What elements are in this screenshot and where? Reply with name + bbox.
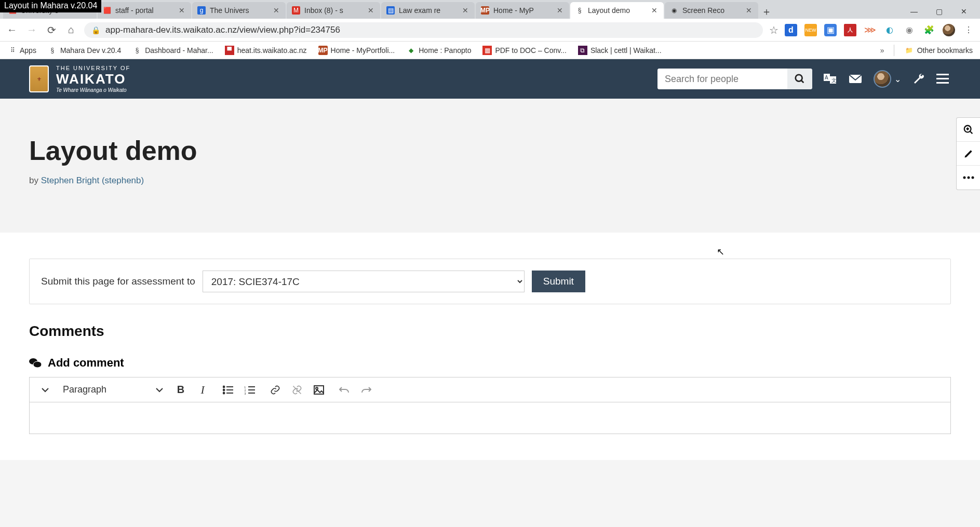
close-icon[interactable]: ✕ — [461, 6, 469, 15]
submit-button[interactable]: Submit — [532, 271, 585, 292]
forward-button[interactable]: → — [25, 23, 38, 37]
editor-content[interactable] — [30, 402, 950, 434]
author-link[interactable]: Stephen Bright (stephenb) — [41, 175, 144, 185]
maximize-button[interactable]: ▢ — [930, 4, 948, 19]
bookmark-item[interactable]: ⧉ Slack | cettl | Waikat... — [574, 44, 666, 57]
favicon-icon: g — [197, 6, 206, 15]
record-icon: ◉ — [670, 6, 678, 15]
assessment-select[interactable]: 2017: SCIE374-17C — [203, 271, 525, 292]
favicon-icon: 🟥 — [103, 6, 111, 15]
submit-label: Submit this page for assessment to — [41, 276, 195, 287]
extension-icon[interactable]: ◉ — [903, 24, 916, 36]
svg-point-11 — [33, 361, 42, 368]
search-input[interactable] — [657, 69, 787, 89]
bookmark-item[interactable]: ▦ PDF to DOC – Conv... — [478, 44, 570, 57]
gdocs-icon: ▤ — [386, 6, 395, 15]
bookmark-label: Home - MyPortfoli... — [331, 46, 395, 55]
window-title: Layout in Mahara v.20.04 — [0, 0, 101, 12]
extensions-puzzle-icon[interactable]: 🧩 — [923, 24, 935, 36]
profile-avatar-icon[interactable] — [943, 24, 955, 36]
hamburger-icon — [936, 74, 949, 84]
logo-line-3: Te Whare Wānanga o Waikato — [56, 87, 130, 93]
bookmark-star-icon[interactable]: ☆ — [769, 24, 778, 36]
bookmark-item[interactable]: MP Home - MyPortfoli... — [314, 44, 399, 57]
zoom-in-button[interactable] — [957, 118, 980, 142]
editor-more-button[interactable] — [36, 381, 55, 399]
browser-tab[interactable]: M Inbox (8) - s ✕ — [287, 2, 380, 19]
svg-point-14 — [223, 389, 225, 390]
image-button[interactable] — [310, 381, 328, 399]
other-bookmarks-button[interactable]: 📁 Other bookmarks — [901, 44, 977, 57]
close-icon[interactable]: ✕ — [650, 6, 659, 15]
close-icon[interactable]: ✕ — [272, 6, 280, 15]
comments-heading: Comments — [29, 323, 951, 340]
shield-icon: ⚜ — [29, 65, 49, 92]
browser-tab[interactable]: ▤ Law exam re ✕ — [381, 2, 475, 19]
home-button[interactable]: ⌂ — [64, 23, 78, 37]
favicon-icon: § — [575, 6, 584, 15]
user-menu[interactable]: ⌄ — [874, 70, 901, 88]
apps-button[interactable]: ⠿ Apps — [3, 44, 41, 57]
bookmark-label: Apps — [20, 46, 36, 55]
favicon-icon: § — [132, 46, 142, 55]
browser-tab[interactable]: g The Univers ✕ — [192, 2, 286, 19]
zoom-in-icon — [963, 124, 974, 136]
numbered-list-button[interactable]: 123 — [240, 381, 259, 399]
bold-button[interactable]: B — [171, 381, 190, 399]
new-tab-button[interactable]: ＋ — [759, 4, 774, 19]
apps-grid-icon: ⠿ — [7, 46, 17, 55]
minimize-button[interactable]: — — [905, 4, 923, 19]
main-menu-button[interactable] — [936, 74, 949, 84]
reload-button[interactable]: ⟳ — [45, 23, 58, 37]
extension-icon[interactable]: NEW — [804, 24, 817, 36]
close-icon[interactable]: ✕ — [745, 6, 753, 15]
svg-point-0 — [796, 75, 802, 82]
bookmarks-bar: ⠿ Apps § Mahara Dev v.20.4 § Dashboard -… — [0, 42, 980, 59]
extension-icon[interactable]: ▣ — [824, 24, 837, 36]
bookmark-item[interactable]: § Mahara Dev v.20.4 — [44, 44, 125, 57]
undo-button[interactable] — [335, 381, 354, 399]
svg-text:3: 3 — [245, 392, 246, 395]
search-button[interactable] — [787, 69, 812, 89]
unlink-button[interactable] — [288, 381, 306, 399]
favicon-icon: MP — [481, 6, 489, 15]
browser-tab[interactable]: ◉ Screen Reco ✕ — [665, 2, 758, 19]
italic-button[interactable]: I — [193, 381, 212, 399]
page-byline: by Stephen Bright (stephenb) — [29, 175, 951, 186]
bookmark-label: Mahara Dev v.20.4 — [60, 46, 121, 55]
admin-tools-icon[interactable] — [912, 73, 925, 85]
extension-icon[interactable]: d — [785, 24, 797, 36]
page-tools-strip — [956, 117, 980, 190]
bookmark-label: PDF to DOC – Conv... — [495, 46, 566, 55]
browser-menu-icon[interactable]: ⋮ — [962, 24, 975, 36]
tab-title: Home - MyP — [493, 6, 552, 15]
bullet-list-button[interactable] — [219, 381, 237, 399]
bookmark-item[interactable]: § Dashboard - Mahar... — [128, 44, 218, 57]
extension-icon[interactable]: ◐ — [883, 24, 896, 36]
extension-icon[interactable]: ⋙ — [864, 24, 876, 36]
browser-tab[interactable]: MP Home - MyP ✕ — [476, 2, 569, 19]
tab-title: staff - portal — [115, 6, 173, 15]
link-button[interactable] — [266, 381, 285, 399]
close-icon[interactable]: ✕ — [367, 6, 375, 15]
site-logo[interactable]: ⚜ THE UNIVERSITY OF WAIKATO Te Whare Wān… — [29, 65, 130, 93]
browser-tab[interactable]: 🟥 staff - portal ✕ — [98, 2, 191, 19]
redo-button[interactable] — [357, 381, 375, 399]
close-icon[interactable]: ✕ — [556, 6, 564, 15]
close-icon[interactable]: ✕ — [178, 6, 186, 15]
bookmark-item[interactable]: ▀ heat.its.waikato.ac.nz — [221, 44, 311, 57]
format-select[interactable]: Paragraph — [58, 384, 168, 395]
close-window-button[interactable]: ✕ — [955, 4, 973, 19]
browser-tab-active[interactable]: § Layout demo ✕ — [570, 2, 664, 19]
image-icon — [314, 385, 324, 395]
bookmarks-overflow-icon[interactable]: » — [877, 46, 888, 55]
back-button[interactable]: ← — [5, 23, 19, 37]
inbox-icon[interactable] — [849, 74, 862, 84]
bookmark-item[interactable]: ◆ Home : Panopto — [402, 44, 475, 57]
edit-page-button[interactable] — [957, 142, 980, 166]
url-bar[interactable]: 🔒 app-mahara-dev.its.waikato.ac.nz/view/… — [84, 22, 763, 38]
pdf-extension-icon[interactable]: 人 — [844, 24, 856, 36]
language-icon[interactable]: A文 — [824, 74, 837, 84]
favicon-icon: ▀ — [225, 46, 234, 55]
more-options-button[interactable] — [957, 166, 980, 190]
